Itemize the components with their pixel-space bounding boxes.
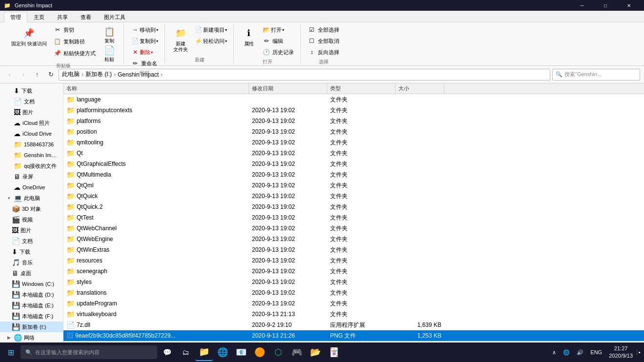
maximize-button[interactable]: □ xyxy=(594,0,617,11)
taskbar-browser[interactable]: 🌐 xyxy=(214,343,231,361)
table-row[interactable]: 📁QtTest2020-9-13 19:02文件夹 xyxy=(63,212,644,223)
sidebar-item-desktop[interactable]: 🖥 桌面 xyxy=(0,268,63,279)
sidebar-item-disk-d[interactable]: 💾 本地磁盘 (D:) xyxy=(0,289,63,300)
table-row[interactable]: 📁updateProgram2020-9-13 19:02文件夹 xyxy=(63,298,644,309)
copy-path-button[interactable]: 📋 复制路径 xyxy=(51,36,98,47)
new-item-button[interactable]: 📄 新建项目▾ xyxy=(192,24,229,35)
table-row[interactable]: 📁language文件夹 xyxy=(63,94,644,105)
sidebar-item-network[interactable]: ▶ 🌐 网络 xyxy=(0,332,63,343)
properties-button[interactable]: ℹ 属性 xyxy=(239,24,259,49)
table-row[interactable]: 📁QtWebEngine2020-9-13 19:02文件夹 xyxy=(63,234,644,244)
column-header-name[interactable]: 名称 xyxy=(63,83,249,94)
history-button[interactable]: 🕐 历史记录 xyxy=(260,47,296,58)
sidebar-item-qq[interactable]: 📁 qq接收的文件 xyxy=(0,161,63,171)
search-box[interactable]: 🔍 搜索"Genshin... xyxy=(552,69,640,80)
table-row[interactable]: 📁virtualkeyboard2020-9-13 21:13文件夹 xyxy=(63,309,644,320)
sidebar-item-downloads[interactable]: ⬇ 下载 xyxy=(0,85,63,96)
open-button[interactable]: 📂 打开▾ xyxy=(260,24,296,35)
table-row[interactable]: 📁QtQuick.22020-9-13 19:02文件夹 xyxy=(63,201,644,212)
show-desktop[interactable]: ▪ xyxy=(637,349,642,355)
up-button[interactable]: ↑ xyxy=(31,69,43,80)
column-header-date[interactable]: 修改日期 xyxy=(249,83,327,94)
table-row[interactable]: 📄7z.dll2020-9-2 19:10应用程序扩展1,639 KB xyxy=(63,320,644,330)
tray-clock[interactable]: 21:27 2020/9/13 xyxy=(606,344,636,361)
tab-share[interactable]: 共享 xyxy=(51,12,74,22)
paste-button[interactable]: 📄 粘贴 xyxy=(99,43,120,61)
back-button[interactable]: ‹ xyxy=(4,69,16,80)
sidebar-item-icloud-drive[interactable]: ☁ iCloud Drive xyxy=(0,128,63,139)
new-folder-button[interactable]: 📁 新建文件夹 xyxy=(170,24,191,55)
tray-battery[interactable]: ENG xyxy=(587,348,605,356)
move-to-button[interactable]: → 移动到▾ xyxy=(129,24,161,35)
sidebar-item-this-pc[interactable]: ▾ 💻 此电脑 xyxy=(0,193,63,203)
table-row[interactable]: 📁translations2020-9-13 19:02文件夹 xyxy=(63,287,644,298)
paste-shortcut-button[interactable]: 📌 粘贴快捷方式 xyxy=(51,48,98,59)
copy-button[interactable]: 📋 复制 xyxy=(99,24,120,43)
table-row[interactable]: 📁scenegraph2020-9-13 19:02文件夹 xyxy=(63,266,644,277)
rename-button[interactable]: ✏ 重命名 xyxy=(129,58,161,69)
taskbar-app1[interactable]: 🟠 xyxy=(251,343,269,361)
minimize-button[interactable]: ─ xyxy=(571,0,593,11)
tab-home[interactable]: 主页 xyxy=(27,12,51,22)
delete-button[interactable]: ✕ 删除▾ xyxy=(129,47,161,58)
sidebar-item-disk-i[interactable]: 💾 新加卷 (I:) xyxy=(0,322,63,332)
tab-manage[interactable]: 管理 xyxy=(4,12,27,22)
sidebar-item-windows-c[interactable]: 💾 Windows (C:) xyxy=(0,279,63,289)
refresh-button[interactable]: ↻ xyxy=(45,69,57,80)
column-header-type[interactable]: 类型 xyxy=(327,83,395,94)
table-row[interactable]: 📁styles2020-9-13 19:02文件夹 xyxy=(63,277,644,287)
cut-button[interactable]: ✂ 剪切 xyxy=(51,24,98,35)
column-header-size[interactable]: 大小 xyxy=(395,83,444,94)
sidebar-item-icloud-photos[interactable]: ☁ iCloud 照片 xyxy=(0,118,63,128)
edit-button[interactable]: ✏ 编辑 xyxy=(260,36,296,46)
taskbar-search[interactable]: 🔍 在这里输入您要搜索的内容 xyxy=(21,345,157,359)
table-row[interactable]: 📁QtGraphicalEffects2020-9-13 19:02文件夹 xyxy=(63,159,644,169)
forward-button[interactable]: › xyxy=(18,69,29,80)
sidebar-item-disk-f[interactable]: 💾 本地磁盘 (F:) xyxy=(0,311,63,322)
table-row[interactable]: 📁platforms2020-9-13 19:02文件夹 xyxy=(63,116,644,126)
tray-network[interactable]: 🌐 xyxy=(560,348,573,357)
sidebar-item-1588463736[interactable]: 📁 1588463736 xyxy=(0,139,63,150)
taskbar-app2[interactable]: ⬡ xyxy=(270,343,287,361)
table-row[interactable]: 📁position2020-9-13 19:02文件夹 xyxy=(63,126,644,137)
sidebar-item-documents2[interactable]: 📄 文档 xyxy=(0,236,63,246)
tray-volume[interactable]: 🔊 xyxy=(574,348,586,357)
copy-to-button[interactable]: 📄 复制到▾ xyxy=(129,36,161,46)
tab-picture-tools[interactable]: 图片工具 xyxy=(98,12,132,22)
taskbar-mail[interactable]: 📧 xyxy=(232,343,250,361)
deselect-all-button[interactable]: ☐ 全部取消 xyxy=(306,36,342,46)
sidebar-item-pictures2[interactable]: 🖼 图片 xyxy=(0,225,63,236)
sidebar-item-documents[interactable]: 📄 文档 xyxy=(0,96,63,107)
taskbar-cortana[interactable]: 💬 xyxy=(158,343,176,361)
address-path[interactable]: 此电脑 › 新加卷 (I:) › Genshin Impact › xyxy=(59,69,550,80)
invert-selection-button[interactable]: ↕ 反向选择 xyxy=(306,47,342,58)
sidebar-item-onedrive[interactable]: ☁ OneDrive xyxy=(0,182,63,193)
sidebar-item-video[interactable]: 🎬 视频 xyxy=(0,214,63,225)
close-button[interactable]: ✕ xyxy=(618,0,640,11)
taskbar-task-view[interactable]: 🗂 xyxy=(177,343,194,361)
sidebar-item-recording[interactable]: 🖥 录屏 xyxy=(0,171,63,182)
sidebar-item-disk-e[interactable]: 💾 本地磁盘 (E:) xyxy=(0,300,63,311)
table-row[interactable]: 🖼9eaef2b9c30dc85d8f9f42785b27229...2020-… xyxy=(63,330,644,341)
table-row[interactable]: 📁QtWinExtras2020-9-13 19:02文件夹 xyxy=(63,244,644,255)
taskbar-file-explorer[interactable]: 📁 xyxy=(195,343,213,361)
pin-quick-access-button[interactable]: 📌 固定到 快速访问 xyxy=(8,24,50,49)
taskbar-game2[interactable]: 🃏 xyxy=(325,343,343,361)
sidebar-item-3d-objects[interactable]: 📦 3D 对象 xyxy=(0,203,63,214)
start-button[interactable]: ⊞ xyxy=(2,343,20,361)
table-row[interactable]: 📁QtWebChannel2020-9-13 19:02文件夹 xyxy=(63,223,644,234)
select-all-button[interactable]: ☑ 全部选择 xyxy=(306,24,342,35)
taskbar-steam[interactable]: 🎮 xyxy=(288,343,306,361)
table-row[interactable]: 📁QtQml2020-9-13 19:02文件夹 xyxy=(63,180,644,191)
tab-view[interactable]: 查看 xyxy=(74,12,98,22)
easy-access-button[interactable]: ⚡ 轻松访问▾ xyxy=(192,36,229,46)
table-row[interactable]: 📁QtQuick2020-9-13 19:02文件夹 xyxy=(63,191,644,201)
table-row[interactable]: 📁qmltooling2020-9-13 19:02文件夹 xyxy=(63,137,644,148)
sidebar-item-downloads2[interactable]: ⬇ 下载 xyxy=(0,246,63,257)
table-row[interactable]: 📁QtMultimedia2020-9-13 19:02文件夹 xyxy=(63,169,644,180)
sidebar-item-pictures[interactable]: 🖼 图片 xyxy=(0,107,63,118)
tray-chevron[interactable]: ∧ xyxy=(549,348,559,357)
table-row[interactable]: 📁resources2020-9-13 19:02文件夹 xyxy=(63,255,644,266)
table-row[interactable]: 📁Qt2020-9-13 19:02文件夹 xyxy=(63,148,644,159)
taskbar-folder2[interactable]: 📂 xyxy=(307,343,324,361)
